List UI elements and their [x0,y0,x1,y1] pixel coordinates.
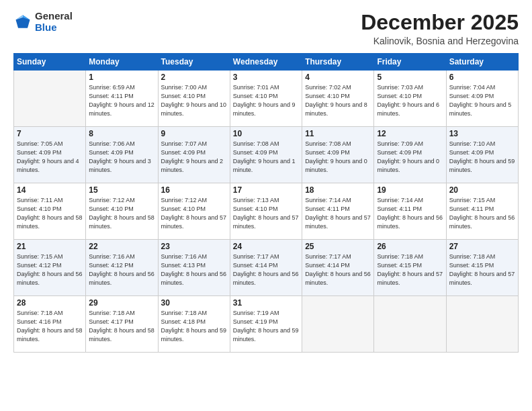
day-number: 12 [377,129,443,138]
day-number: 2 [161,73,227,82]
day-number: 7 [17,129,83,138]
calendar-cell: 11Sunrise: 7:08 AM Sunset: 4:09 PM Dayli… [302,127,374,183]
header-sunday: Sunday [14,54,86,71]
day-number: 14 [17,185,83,195]
calendar-cell: 25Sunrise: 7:17 AM Sunset: 4:14 PM Dayli… [302,240,374,296]
calendar-week-row: 14Sunrise: 7:11 AM Sunset: 4:10 PM Dayli… [14,183,519,240]
calendar-cell: 12Sunrise: 7:09 AM Sunset: 4:09 PM Dayli… [374,127,446,183]
day-info: Sunrise: 7:08 AM Sunset: 4:09 PM Dayligh… [233,140,299,175]
logo-blue: Blue [35,22,73,34]
weekday-header-row: Sunday Monday Tuesday Wednesday Thursday… [14,54,519,71]
day-number: 5 [377,73,443,82]
calendar-cell [302,296,374,353]
location-subtitle: Kalinovik, Bosnia and Herzegovina [361,36,519,46]
day-number: 23 [161,242,227,251]
calendar-cell: 21Sunrise: 7:15 AM Sunset: 4:12 PM Dayli… [14,240,86,296]
calendar-cell [374,296,446,353]
day-info: Sunrise: 7:02 AM Sunset: 4:10 PM Dayligh… [305,83,371,118]
calendar-week-row: 21Sunrise: 7:15 AM Sunset: 4:12 PM Dayli… [14,240,519,296]
calendar-cell: 1Sunrise: 6:59 AM Sunset: 4:11 PM Daylig… [86,71,158,127]
header: General Blue December 2025 Kalinovik, Bo… [13,11,519,46]
calendar-cell [14,71,86,127]
day-info: Sunrise: 7:16 AM Sunset: 4:13 PM Dayligh… [161,253,227,287]
calendar-cell: 24Sunrise: 7:17 AM Sunset: 4:14 PM Dayli… [230,240,302,296]
header-friday: Friday [374,54,446,71]
day-info: Sunrise: 7:01 AM Sunset: 4:10 PM Dayligh… [233,83,299,118]
calendar-week-row: 1Sunrise: 6:59 AM Sunset: 4:11 PM Daylig… [14,71,519,127]
calendar-cell: 3Sunrise: 7:01 AM Sunset: 4:10 PM Daylig… [230,71,302,127]
day-info: Sunrise: 7:14 AM Sunset: 4:11 PM Dayligh… [377,196,443,231]
day-number: 10 [233,129,299,138]
day-number: 26 [377,242,443,251]
calendar-cell: 9Sunrise: 7:07 AM Sunset: 4:09 PM Daylig… [158,127,230,183]
day-number: 28 [17,298,83,308]
calendar-cell: 27Sunrise: 7:18 AM Sunset: 4:15 PM Dayli… [446,240,518,296]
header-thursday: Thursday [302,54,374,71]
day-number: 21 [17,242,83,251]
calendar-cell: 30Sunrise: 7:18 AM Sunset: 4:18 PM Dayli… [158,296,230,353]
calendar-cell: 15Sunrise: 7:12 AM Sunset: 4:10 PM Dayli… [86,183,158,240]
calendar-cell: 23Sunrise: 7:16 AM Sunset: 4:13 PM Dayli… [158,240,230,296]
day-info: Sunrise: 7:09 AM Sunset: 4:09 PM Dayligh… [377,140,443,175]
day-info: Sunrise: 7:05 AM Sunset: 4:09 PM Dayligh… [17,140,83,175]
day-number: 11 [305,129,371,138]
day-number: 1 [89,73,154,82]
day-info: Sunrise: 7:06 AM Sunset: 4:09 PM Dayligh… [89,140,154,175]
calendar-cell: 5Sunrise: 7:03 AM Sunset: 4:10 PM Daylig… [374,71,446,127]
calendar-cell: 13Sunrise: 7:10 AM Sunset: 4:09 PM Dayli… [446,127,518,183]
calendar-cell: 22Sunrise: 7:16 AM Sunset: 4:12 PM Dayli… [86,240,158,296]
day-info: Sunrise: 7:10 AM Sunset: 4:09 PM Dayligh… [449,140,515,175]
calendar-cell: 18Sunrise: 7:14 AM Sunset: 4:11 PM Dayli… [302,183,374,240]
day-number: 13 [449,129,515,138]
calendar-cell [446,296,518,353]
calendar-cell: 19Sunrise: 7:14 AM Sunset: 4:11 PM Dayli… [374,183,446,240]
day-info: Sunrise: 7:18 AM Sunset: 4:18 PM Dayligh… [161,309,227,344]
calendar-cell: 6Sunrise: 7:04 AM Sunset: 4:09 PM Daylig… [446,71,518,127]
day-info: Sunrise: 7:16 AM Sunset: 4:12 PM Dayligh… [89,253,154,287]
title-block: December 2025 Kalinovik, Bosnia and Herz… [361,11,519,46]
day-info: Sunrise: 7:17 AM Sunset: 4:14 PM Dayligh… [305,253,371,287]
day-info: Sunrise: 7:17 AM Sunset: 4:14 PM Dayligh… [233,253,299,287]
day-info: Sunrise: 7:18 AM Sunset: 4:16 PM Dayligh… [17,309,83,344]
day-number: 18 [305,185,371,195]
day-info: Sunrise: 7:13 AM Sunset: 4:10 PM Dayligh… [233,196,299,231]
header-tuesday: Tuesday [158,54,230,71]
day-number: 31 [233,298,299,308]
day-number: 4 [305,73,371,82]
day-number: 25 [305,242,371,251]
day-number: 16 [161,185,227,195]
day-info: Sunrise: 7:00 AM Sunset: 4:10 PM Dayligh… [161,83,227,118]
calendar-cell: 29Sunrise: 7:18 AM Sunset: 4:17 PM Dayli… [86,296,158,353]
day-number: 8 [89,129,154,138]
logo-general: General [35,11,73,22]
header-monday: Monday [86,54,158,71]
day-number: 19 [377,185,443,195]
calendar-week-row: 7Sunrise: 7:05 AM Sunset: 4:09 PM Daylig… [14,127,519,183]
calendar-cell: 26Sunrise: 7:18 AM Sunset: 4:15 PM Dayli… [374,240,446,296]
calendar-cell: 16Sunrise: 7:12 AM Sunset: 4:10 PM Dayli… [158,183,230,240]
calendar-cell: 8Sunrise: 7:06 AM Sunset: 4:09 PM Daylig… [86,127,158,183]
calendar-cell: 10Sunrise: 7:08 AM Sunset: 4:09 PM Dayli… [230,127,302,183]
day-info: Sunrise: 7:15 AM Sunset: 4:12 PM Dayligh… [17,253,83,287]
day-info: Sunrise: 7:19 AM Sunset: 4:19 PM Dayligh… [233,309,299,344]
day-number: 6 [449,73,515,82]
calendar-table: Sunday Monday Tuesday Wednesday Thursday… [13,53,519,353]
day-number: 20 [449,185,515,195]
month-title: December 2025 [361,11,519,34]
day-info: Sunrise: 6:59 AM Sunset: 4:11 PM Dayligh… [89,83,154,118]
day-info: Sunrise: 7:12 AM Sunset: 4:10 PM Dayligh… [89,196,154,231]
calendar-cell: 4Sunrise: 7:02 AM Sunset: 4:10 PM Daylig… [302,71,374,127]
day-number: 3 [233,73,299,82]
day-number: 22 [89,242,154,251]
day-number: 24 [233,242,299,251]
header-saturday: Saturday [446,54,518,71]
day-info: Sunrise: 7:03 AM Sunset: 4:10 PM Dayligh… [377,83,443,118]
day-number: 9 [161,129,227,138]
day-info: Sunrise: 7:12 AM Sunset: 4:10 PM Dayligh… [161,196,227,231]
day-info: Sunrise: 7:18 AM Sunset: 4:15 PM Dayligh… [377,253,443,287]
day-info: Sunrise: 7:04 AM Sunset: 4:09 PM Dayligh… [449,83,515,118]
day-info: Sunrise: 7:18 AM Sunset: 4:15 PM Dayligh… [449,253,515,287]
day-number: 17 [233,185,299,195]
day-info: Sunrise: 7:08 AM Sunset: 4:09 PM Dayligh… [305,140,371,175]
calendar-cell: 17Sunrise: 7:13 AM Sunset: 4:10 PM Dayli… [230,183,302,240]
